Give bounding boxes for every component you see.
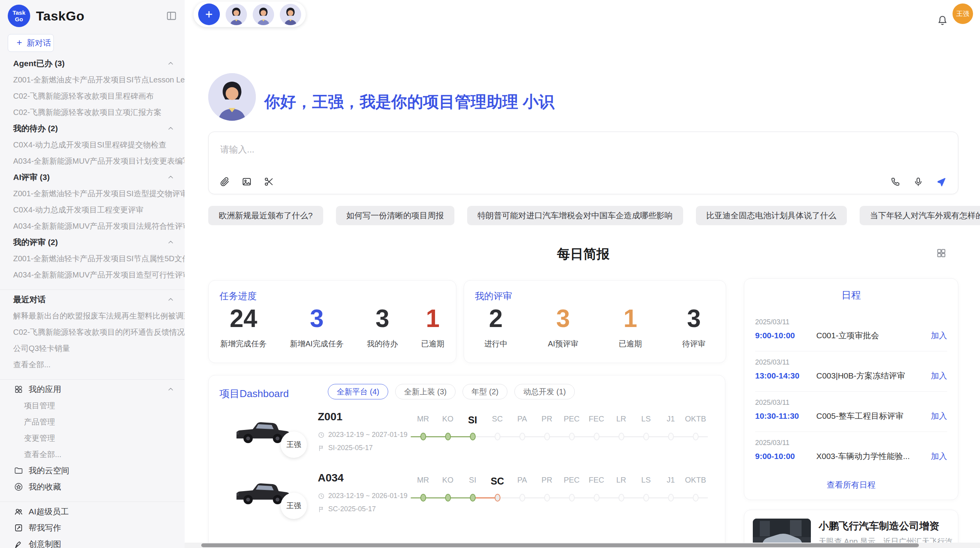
- sidebar-task-item[interactable]: C02-飞腾新能源轻客改款项目立项汇报方案: [0, 104, 185, 120]
- schedule-time: 13:00-14:30: [755, 371, 816, 380]
- sidebar-tool-item[interactable]: 帮我写作: [0, 520, 185, 536]
- milestone-dot-OKTB[interactable]: [693, 494, 699, 502]
- dashboard-tab[interactable]: 全新平台 (4): [328, 384, 388, 399]
- sidebar-item-star[interactable]: 我的收藏: [0, 479, 185, 495]
- chevron-up-icon[interactable]: [167, 173, 175, 181]
- milestone-dot-SI[interactable]: [470, 433, 476, 440]
- apps-grid-icon: [14, 385, 23, 394]
- milestone-dot-J1[interactable]: [668, 494, 674, 502]
- milestone-dot-LR[interactable]: [618, 494, 624, 502]
- schedule-item[interactable]: 2025/03/11 10:30-11:30 C005-整车工程目标评审 加入: [755, 392, 947, 432]
- milestone-dot-SI[interactable]: [470, 494, 476, 502]
- recent-chat-item[interactable]: 公司Q3轻卡销量: [0, 340, 185, 356]
- milestone-dot-cell: [411, 494, 435, 502]
- briefing-layout-icon[interactable]: [936, 248, 947, 259]
- notifications-bell-icon[interactable]: [937, 15, 948, 26]
- milestone-dot-PA[interactable]: [519, 433, 525, 440]
- project-row-A034[interactable]: 王强 A034 2023-12-19 ~ 2026-01-19 SC-2025-…: [209, 469, 725, 531]
- milestone-dot-OKTB[interactable]: [693, 433, 699, 440]
- scissors-icon[interactable]: [264, 176, 274, 187]
- milestone-dot-PA[interactable]: [519, 494, 525, 502]
- milestone-track: MRKOSISCPAPRPECFECLRLSJ1OKTB: [411, 476, 716, 514]
- mic-icon[interactable]: [913, 176, 923, 187]
- dashboard-tab[interactable]: 全新上装 (3): [395, 384, 456, 399]
- sidebar-tool-item[interactable]: AI超级员工: [0, 503, 185, 520]
- sidebar-task-item[interactable]: Z001-全新燃油轻卡产品开发项目SI造型提交物评审: [0, 185, 185, 202]
- sidebar-task-item[interactable]: Z001-全新燃油轻卡产品开发项目SI节点属性5D文件评审: [0, 250, 185, 267]
- agent-avatar-3[interactable]: [280, 4, 301, 25]
- sidebar-item-my-apps[interactable]: 我的应用: [0, 381, 185, 397]
- suggestion-chip[interactable]: 欧洲新规最近颁布了什么?: [208, 206, 323, 225]
- horizontal-scrollbar-thumb[interactable]: [201, 543, 919, 547]
- chevron-up-icon[interactable]: [167, 238, 175, 246]
- divider: [0, 289, 185, 290]
- agent-avatar-1[interactable]: [226, 4, 247, 25]
- suggestion-chip[interactable]: 当下年轻人对汽车外观有怎样的喜好趋势: [860, 206, 980, 225]
- app-sub-item[interactable]: 变更管理: [0, 430, 185, 446]
- app-sub-item[interactable]: 查看全部...: [0, 446, 185, 462]
- attach-icon[interactable]: [219, 176, 230, 187]
- sidebar-task-item[interactable]: A034-全新新能源MUV产品开发项目计划变更表编写: [0, 153, 185, 169]
- sidebar-task-item[interactable]: C02-飞腾新能源轻客改款项目里程碑画布: [0, 88, 185, 104]
- phone-icon[interactable]: [890, 176, 901, 187]
- add-agent-button[interactable]: [198, 3, 220, 25]
- milestone-dot-SC[interactable]: [495, 494, 500, 502]
- milestone-dot-PEC[interactable]: [569, 433, 575, 440]
- user-avatar[interactable]: 王强: [953, 3, 973, 24]
- sidebar-tool-item[interactable]: 创意制图: [0, 536, 185, 548]
- join-link[interactable]: 加入: [931, 451, 947, 462]
- chevron-up-icon[interactable]: [167, 60, 175, 67]
- milestone-dot-LS[interactable]: [643, 494, 649, 502]
- milestone-dot-LR[interactable]: [618, 433, 624, 440]
- join-link[interactable]: 加入: [931, 411, 947, 421]
- recent-chat-item[interactable]: C02-飞腾新能源轻客改款项目的闭环通告反馈情况: [0, 324, 185, 340]
- milestone-dot-KO[interactable]: [445, 494, 451, 502]
- milestone-dot-J1[interactable]: [668, 433, 674, 440]
- agent-avatar-2[interactable]: [253, 4, 274, 25]
- milestone-dot-MR[interactable]: [420, 494, 426, 502]
- sidebar-section-header-3: 我的评审 (2): [0, 234, 185, 250]
- sidebar-task-item[interactable]: A034-全新新能源MUV产品开发项目造型可行性评审: [0, 267, 185, 283]
- dashboard-tab[interactable]: 动总开发 (1): [514, 384, 575, 399]
- sidebar-task-item[interactable]: C0X4-动力总成开发项目工程变更评审: [0, 202, 185, 218]
- milestone-dot-PR[interactable]: [544, 494, 550, 502]
- recent-chat-item[interactable]: 解释最新出台的欧盟报废车法规再生塑料比例被调至15%...: [0, 308, 185, 324]
- project-row-Z001[interactable]: 王强 Z001 2023-12-19 ~ 2027-01-19 SI-2025-…: [209, 408, 725, 469]
- milestone-dot-LS[interactable]: [643, 433, 649, 440]
- chevron-up-icon[interactable]: [167, 296, 175, 303]
- suggestion-chip[interactable]: 如何写一份清晰的项目周报: [336, 206, 454, 225]
- sidebar-task-item[interactable]: A034-全新新能源MUV产品开发项目法规符合性评审: [0, 218, 185, 234]
- milestone-dot-PR[interactable]: [544, 433, 550, 440]
- input-attachment-toolbar: [219, 176, 274, 187]
- milestone-dot-FEC[interactable]: [594, 494, 600, 502]
- join-link[interactable]: 加入: [931, 370, 947, 381]
- milestone-dot-PEC[interactable]: [569, 494, 575, 502]
- sidebar-task-item[interactable]: C0X4-动力总成开发项目SI里程碑提交物检查: [0, 137, 185, 153]
- project-owner-badge: 王强: [281, 432, 307, 458]
- new-chat-button[interactable]: + 新对话: [8, 34, 54, 52]
- chevron-up-icon[interactable]: [167, 125, 175, 132]
- send-icon[interactable]: [936, 176, 946, 187]
- dashboard-tab[interactable]: 年型 (2): [463, 384, 507, 399]
- join-link[interactable]: 加入: [931, 330, 947, 341]
- app-sub-item[interactable]: 项目管理: [0, 397, 185, 414]
- milestone-dot-SC[interactable]: [495, 433, 500, 440]
- sidebar-item-folder[interactable]: 我的云空间: [0, 462, 185, 479]
- schedule-item[interactable]: 2025/03/11 9:00-10:00 X003-车辆动力学性能验... 加…: [755, 432, 947, 472]
- recent-chat-item[interactable]: 查看全部...: [0, 356, 185, 373]
- suggestion-chip[interactable]: 比亚迪全固态电池计划具体说了什么: [696, 206, 847, 225]
- milestone-dot-KO[interactable]: [445, 433, 451, 440]
- image-icon[interactable]: [242, 176, 252, 187]
- sidebar-task-item[interactable]: Z001-全新燃油皮卡产品开发项目SI节点Lesson Learn报告: [0, 72, 185, 88]
- chevron-up-icon[interactable]: [167, 385, 175, 393]
- app-sub-item[interactable]: 产品管理: [0, 414, 185, 430]
- sidebar-collapse-icon[interactable]: [166, 10, 177, 21]
- milestone-dot-FEC[interactable]: [594, 433, 600, 440]
- milestone-dot-cell: [460, 494, 485, 502]
- milestone-dot-MR[interactable]: [420, 433, 426, 440]
- chat-input[interactable]: 请输入...: [208, 132, 958, 194]
- schedule-item[interactable]: 2025/03/11 9:00-10:00 C001-立项审批会 加入: [755, 311, 947, 351]
- view-all-schedule-link[interactable]: 查看所有日程: [744, 480, 958, 490]
- schedule-item[interactable]: 2025/03/11 13:00-14:30 C003|H0B-方案冻结评审 加…: [755, 351, 947, 392]
- suggestion-chip[interactable]: 特朗普可能对进口汽车增税会对中国车企造成哪些影响: [467, 206, 683, 225]
